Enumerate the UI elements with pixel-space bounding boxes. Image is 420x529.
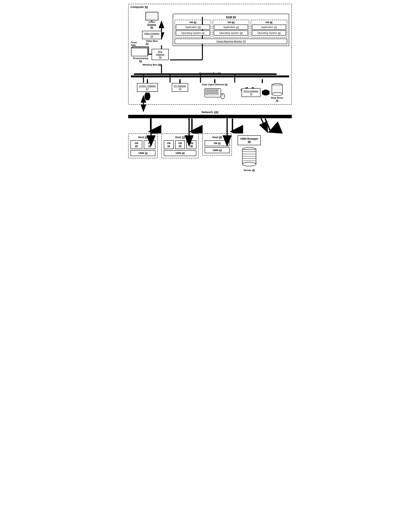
memory-bus-label: Memory Bus 66 (143, 63, 161, 66)
display-label: Display 80 (148, 23, 156, 29)
computer-label: Computer 52 (131, 5, 148, 9)
io-adapter-box: I/O Adapter 78 (172, 83, 188, 92)
vm-28-box: VM28 (131, 140, 142, 149)
svg-rect-51 (214, 94, 218, 95)
processor-label: Processor(s) 56 (133, 57, 148, 63)
vm-30-box: VM30 (144, 140, 156, 149)
io-adapter-line-top (179, 79, 180, 83)
bus-adapter-box: Bus Adapter 58 (152, 49, 169, 60)
host-26-vms: VM 42 (205, 140, 230, 146)
keyboard-mouse-icon (204, 87, 225, 100)
server-vmm-section: VMM Manager 48 Server 46 (238, 135, 261, 172)
svg-rect-34 (217, 89, 218, 91)
svg-rect-48 (217, 93, 218, 93)
vm-84-box: VM 84 Application 12 Operating System 18 (213, 20, 249, 38)
io-adapter-item: I/O Adapter 78 (172, 79, 188, 92)
ram-label: RAM 68 (175, 16, 287, 19)
drive-double-arrow (262, 90, 270, 95)
svg-rect-42 (205, 93, 207, 93)
disk-drive-item: Disk Drive 70 (271, 83, 283, 102)
display-block: Display 80 (145, 12, 159, 29)
host-24-box: Host 24 VM34 VM36 VM38 VMM 40 (162, 133, 199, 158)
drive-adapter-line-top (262, 79, 263, 83)
server-label: Server 46 (244, 169, 255, 172)
expansion-bus-bar (131, 76, 289, 77)
vm-42-box: VM 42 (205, 140, 230, 146)
user-input-item: User Input Devices 81 (202, 79, 228, 100)
vm-86-box: VM 86 Application 14 Operating System 20 (251, 20, 287, 38)
svg-rect-29 (207, 89, 209, 91)
vm-82-box: VM 82 Application 10 Operating System 16 (175, 20, 211, 38)
vmm-manager-box: VMM Manager 48 (238, 135, 261, 145)
os-18-box: Operating System 18 (214, 30, 248, 36)
svg-rect-44 (209, 93, 211, 93)
svg-rect-33 (215, 89, 217, 91)
adapters-row: Comm. Adapter 67 (131, 79, 289, 102)
host-26-box: Host 26 VM 42 VMM 44 (203, 133, 232, 156)
monitor-icon (145, 12, 159, 23)
comm-adapter-item: Comm. Adapter 67 (137, 79, 158, 100)
svg-point-75 (242, 162, 256, 166)
expansion-bus-section: Expansion Bus 60 (131, 72, 289, 77)
svg-rect-43 (207, 93, 209, 93)
vmm-44-box: VMM 44 (205, 147, 230, 153)
computer-number: 52 (145, 5, 148, 9)
svg-rect-30 (209, 89, 211, 91)
ram-box: RAM 68 VM 82 Application 10 (173, 14, 289, 46)
svg-rect-35 (205, 91, 207, 92)
vm-38-box: VM38 (186, 140, 196, 149)
vm-34-box: VM34 (164, 140, 174, 149)
svg-rect-36 (207, 91, 209, 92)
host-24-vms: VM34 VM36 VM38 (164, 140, 196, 149)
vmm-32-box: VMM 32 (131, 150, 155, 156)
vmm-40-box: VMM 40 (164, 150, 196, 156)
vm-36-box: VM36 (175, 140, 185, 149)
comm-down-arrow (145, 93, 150, 100)
server-icon (242, 147, 257, 168)
computer-box: Computer 52 (128, 4, 292, 105)
disk-drive-label: Disk Drive 70 (271, 96, 283, 102)
host-22-vms: VM28 VM30 (131, 140, 155, 149)
svg-point-62 (272, 93, 283, 96)
user-input-line-top (214, 79, 215, 83)
svg-rect-49 (205, 94, 207, 95)
drive-adapter-box: Drive Adapter 72 (242, 88, 260, 97)
video-bus-label: Video Bus 64 (146, 40, 158, 45)
expansion-bus-label: Expansion Bus 60 (131, 72, 289, 75)
os-20-box: Operating System 20 (252, 30, 286, 36)
svg-rect-31 (211, 89, 213, 91)
disk-drive-icon (271, 83, 283, 96)
display-number: 80 (150, 26, 153, 29)
drive-adapter-item: Drive Adapter 72 (242, 79, 283, 102)
svg-rect-41 (217, 91, 218, 92)
svg-rect-28 (205, 89, 207, 91)
svg-rect-45 (211, 93, 213, 93)
main-diagram: Computer 52 (128, 4, 292, 172)
network-to-hosts-svg (128, 118, 292, 133)
app-10-box: Application 10 (176, 25, 210, 30)
host-22-box: Host 22 VM28 VM30 VMM 32 (128, 133, 158, 158)
os-16-box: Operating System 16 (176, 30, 210, 36)
svg-rect-38 (211, 91, 213, 92)
svg-rect-37 (209, 91, 211, 92)
svg-rect-47 (215, 93, 217, 93)
hosts-and-server-row: Host 22 VM28 VM30 VMM 32 Host 24 VM34 VM… (128, 133, 292, 172)
vm-row: VM 82 Application 10 Operating System 16 (175, 20, 287, 38)
svg-rect-46 (213, 93, 215, 93)
network-bar (128, 115, 292, 118)
svg-rect-40 (215, 91, 217, 92)
app-12-box: Application 12 (214, 25, 248, 30)
app-14-box: Application 14 (252, 25, 286, 30)
comm-adapter-line-top (147, 79, 148, 83)
svg-rect-50 (207, 94, 213, 95)
comm-adapter-box: Comm. Adapter 67 (137, 83, 158, 92)
vmm-bar: Virtual Machine Monitor 50 (175, 39, 287, 44)
ram-section: RAM 68 VM 82 Application 10 (173, 12, 289, 46)
network-section: Network 100 (128, 110, 292, 118)
svg-line-66 (265, 119, 271, 132)
network-label: Network 100 (128, 110, 292, 114)
svg-rect-39 (213, 91, 215, 92)
video-adapter-box: Video Adapter 54 (142, 31, 161, 39)
user-input-label: User Input Devices 81 (202, 83, 228, 86)
comm-adapter-arrow (145, 93, 150, 100)
